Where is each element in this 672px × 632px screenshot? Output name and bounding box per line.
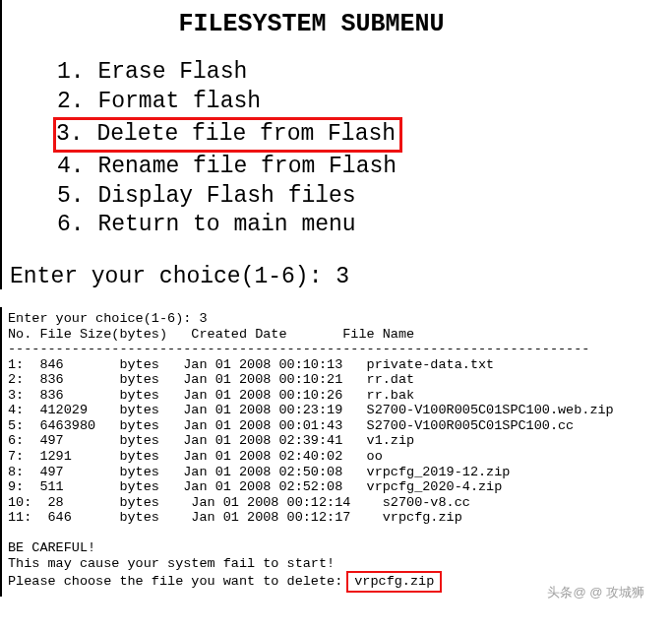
table-row: 7: 1291 bytes Jan 01 2008 02:40:02 oo [8,449,672,465]
warning-line-1: BE CAREFUL! [8,540,672,556]
table-row: 9: 511 bytes Jan 01 2008 02:52:08 vrpcfg… [8,479,672,495]
table-row: 11: 646 bytes Jan 01 2008 00:12:17 vrpcf… [8,510,672,526]
menu-item-2[interactable]: 2. Format flash [57,88,672,117]
table-row: 3: 836 bytes Jan 01 2008 00:10:26 rr.bak [8,388,672,404]
listing-header: No. File Size(bytes) Created Date File N… [8,327,672,343]
menu-item-5[interactable]: 5. Display Flash files [57,182,672,212]
table-row: 6: 497 bytes Jan 01 2008 02:39:41 v1.zip [8,433,672,449]
delete-prompt-text: Please choose the file you want to delet… [8,574,342,590]
table-row: 1: 846 bytes Jan 01 2008 00:10:13 privat… [8,357,672,373]
table-row: 5: 6463980 bytes Jan 01 2008 00:01:43 S2… [8,418,672,434]
delete-prompt-line[interactable]: Please choose the file you want to delet… [8,571,672,593]
delete-target-highlighted: vrpcfg.zip [346,571,442,593]
table-row: 8: 497 bytes Jan 01 2008 02:50:08 vrpcfg… [8,465,672,480]
choice-prompt: Enter your choice(1-6): 3 [8,311,672,327]
menu-panel: FILESYSTEM SUBMENU 1. Erase Flash 2. For… [0,0,672,289]
choice-prompt-top[interactable]: Enter your choice(1-6): 3 [10,264,672,289]
menu-item-4[interactable]: 4. Rename file from Flash [57,153,672,182]
file-listing-panel: Enter your choice(1-6): 3 No. File Size(… [0,307,672,596]
listing-divider: ----------------------------------------… [8,342,672,357]
table-row: 4: 412029 bytes Jan 01 2008 00:23:19 S27… [8,403,672,418]
menu-list: 1. Erase Flash 2. Format flash 3. Delete… [10,58,672,240]
table-row: 2: 836 bytes Jan 01 2008 00:10:21 rr.dat [8,372,672,388]
menu-title: FILESYSTEM SUBMENU [10,10,672,38]
table-row: 10: 28 bytes Jan 01 2008 00:12:14 s2700-… [8,495,672,511]
menu-item-3-highlighted[interactable]: 3. Delete file from Flash [53,117,402,153]
blank-line [8,526,672,541]
menu-item-6[interactable]: 6. Return to main menu [57,211,672,240]
menu-item-1[interactable]: 1. Erase Flash [57,58,672,88]
warning-line-2: This may cause your system fail to start… [8,556,672,572]
